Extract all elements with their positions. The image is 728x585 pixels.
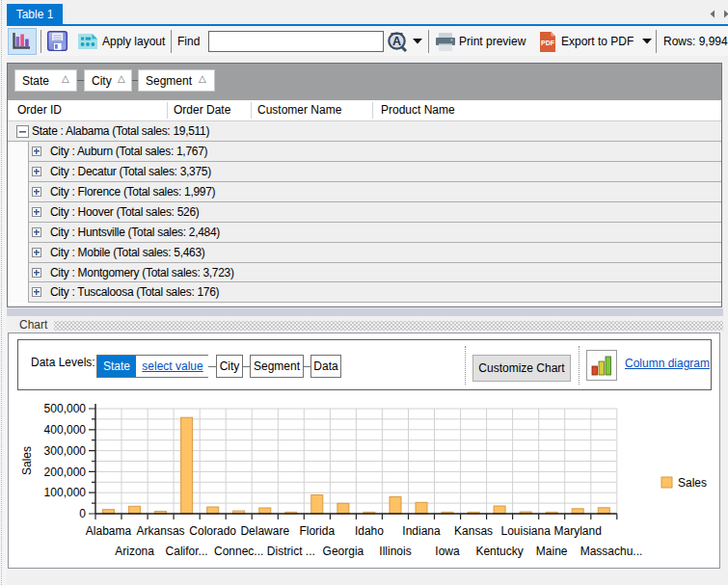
svg-text:Delaware: Delaware <box>240 524 289 538</box>
svg-text:500,000: 500,000 <box>44 402 87 415</box>
svg-text:Maryland: Maryland <box>554 524 602 538</box>
svg-text:Sales: Sales <box>20 446 34 475</box>
svg-text:Idaho: Idaho <box>355 524 384 538</box>
svg-text:400,000: 400,000 <box>44 423 87 437</box>
svg-text:Maine: Maine <box>536 545 568 558</box>
svg-text:Iowa: Iowa <box>435 545 460 558</box>
svg-text:100,000: 100,000 <box>44 486 87 499</box>
svg-text:Georgia: Georgia <box>323 545 364 558</box>
svg-text:Kentucky: Kentucky <box>475 545 523 558</box>
svg-text:300,000: 300,000 <box>44 444 87 458</box>
svg-text:Illinois: Illinois <box>379 545 411 558</box>
svg-text:PDF: PDF <box>541 40 555 46</box>
svg-text:Colorado: Colorado <box>189 524 236 538</box>
svg-text:Arkansas: Arkansas <box>137 524 185 538</box>
svg-text:Connec...: Connec... <box>214 545 263 558</box>
svg-text:Indiana: Indiana <box>402 524 441 538</box>
svg-text:Florida: Florida <box>299 524 335 538</box>
svg-text:0: 0 <box>79 507 86 520</box>
svg-text:Massachu...: Massachu... <box>580 545 643 558</box>
svg-text:Sales: Sales <box>678 476 707 490</box>
svg-text:Arizona: Arizona <box>115 545 154 558</box>
svg-text:Kansas: Kansas <box>454 524 493 538</box>
svg-text:District ...: District ... <box>267 545 315 558</box>
svg-text:A: A <box>392 35 401 48</box>
svg-text:200,000: 200,000 <box>44 465 87 479</box>
svg-text:Califor...: Califor... <box>166 545 208 558</box>
svg-text:Louisiana: Louisiana <box>501 524 552 538</box>
svg-text:Alabama: Alabama <box>86 524 132 538</box>
